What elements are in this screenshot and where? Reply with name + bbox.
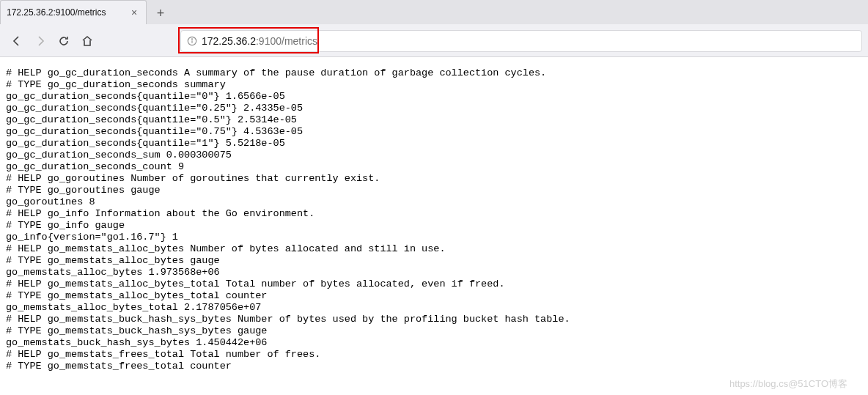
metrics-text: # HELP go_gc_duration_seconds A summary … <box>0 57 868 372</box>
reload-icon <box>58 35 70 47</box>
tab-title: 172.25.36.2:9100/metrics <box>7 7 122 18</box>
svg-point-2 <box>192 38 193 39</box>
nav-toolbar: 172.25.36.2:9100/metrics <box>0 24 868 57</box>
home-icon <box>81 35 93 47</box>
browser-tab[interactable]: 172.25.36.2:9100/metrics × <box>0 0 147 24</box>
arrow-right-icon <box>34 35 46 47</box>
reload-button[interactable] <box>53 30 75 52</box>
url-port-path: :9100/metrics <box>256 35 317 47</box>
browser-chrome: 172.25.36.2:9100/metrics × + 172.25.36.2… <box>0 0 868 57</box>
home-button[interactable] <box>76 30 98 52</box>
forward-button[interactable] <box>29 30 51 52</box>
tab-strip: 172.25.36.2:9100/metrics × + <box>0 0 868 24</box>
info-icon <box>187 36 197 46</box>
page-content: # HELP go_gc_duration_seconds A summary … <box>0 57 868 395</box>
url-text: 172.25.36.2:9100/metrics <box>202 35 317 47</box>
close-icon[interactable]: × <box>128 7 140 18</box>
url-bar[interactable]: 172.25.36.2:9100/metrics <box>180 30 862 52</box>
arrow-left-icon <box>11 35 23 47</box>
back-button[interactable] <box>6 30 28 52</box>
new-tab-button[interactable]: + <box>150 2 172 24</box>
url-host: 172.25.36.2 <box>202 35 256 47</box>
watermark: https://blog.cs@51CTO博客 <box>729 377 847 391</box>
